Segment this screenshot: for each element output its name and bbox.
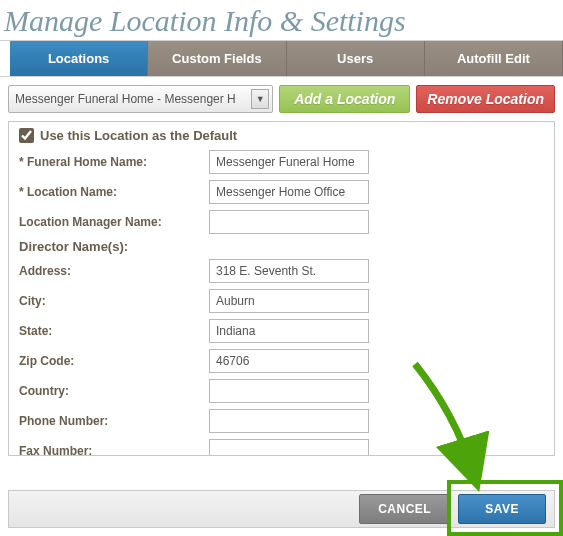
form-panel[interactable]: Use this Location as the Default * Funer…: [8, 121, 555, 456]
city-input[interactable]: [209, 289, 369, 313]
remove-location-button[interactable]: Remove Location: [416, 85, 555, 113]
zip-input[interactable]: [209, 349, 369, 373]
default-location-row: Use this Location as the Default: [19, 128, 544, 143]
tab-custom-fields[interactable]: Custom Fields: [148, 41, 286, 76]
director-names-header: Director Name(s):: [19, 239, 544, 254]
top-controls: Messenger Funeral Home - Messenger H ▼ A…: [8, 85, 555, 113]
location-select[interactable]: Messenger Funeral Home - Messenger H ▼: [8, 85, 273, 113]
tab-users[interactable]: Users: [287, 41, 425, 76]
phone-label: Phone Number:: [19, 414, 209, 428]
state-label: State:: [19, 324, 209, 338]
default-location-label: Use this Location as the Default: [40, 128, 237, 143]
tab-autofill-edit[interactable]: Autofill Edit: [425, 41, 563, 76]
state-input[interactable]: [209, 319, 369, 343]
fax-input[interactable]: [209, 439, 369, 457]
location-name-label: * Location Name:: [19, 185, 209, 199]
address-input[interactable]: [209, 259, 369, 283]
country-label: Country:: [19, 384, 209, 398]
location-select-value: Messenger Funeral Home - Messenger H: [15, 92, 236, 106]
zip-label: Zip Code:: [19, 354, 209, 368]
content-area: Messenger Funeral Home - Messenger H ▼ A…: [0, 77, 563, 464]
save-button[interactable]: SAVE: [458, 494, 546, 524]
fax-label: Fax Number:: [19, 444, 209, 457]
tab-locations[interactable]: Locations: [10, 41, 148, 76]
chevron-down-icon[interactable]: ▼: [251, 89, 269, 109]
tab-bar: Locations Custom Fields Users Autofill E…: [0, 41, 563, 77]
funeral-home-name-input[interactable]: [209, 150, 369, 174]
phone-input[interactable]: [209, 409, 369, 433]
footer-bar: CANCEL SAVE: [8, 490, 555, 528]
page-title: Manage Location Info & Settings: [0, 0, 563, 41]
country-input[interactable]: [209, 379, 369, 403]
funeral-home-name-label: * Funeral Home Name:: [19, 155, 209, 169]
add-location-button[interactable]: Add a Location: [279, 85, 410, 113]
location-manager-name-input[interactable]: [209, 210, 369, 234]
location-manager-name-label: Location Manager Name:: [19, 215, 209, 229]
default-location-checkbox[interactable]: [19, 128, 34, 143]
city-label: City:: [19, 294, 209, 308]
cancel-button[interactable]: CANCEL: [359, 494, 450, 524]
location-name-input[interactable]: [209, 180, 369, 204]
address-label: Address:: [19, 264, 209, 278]
